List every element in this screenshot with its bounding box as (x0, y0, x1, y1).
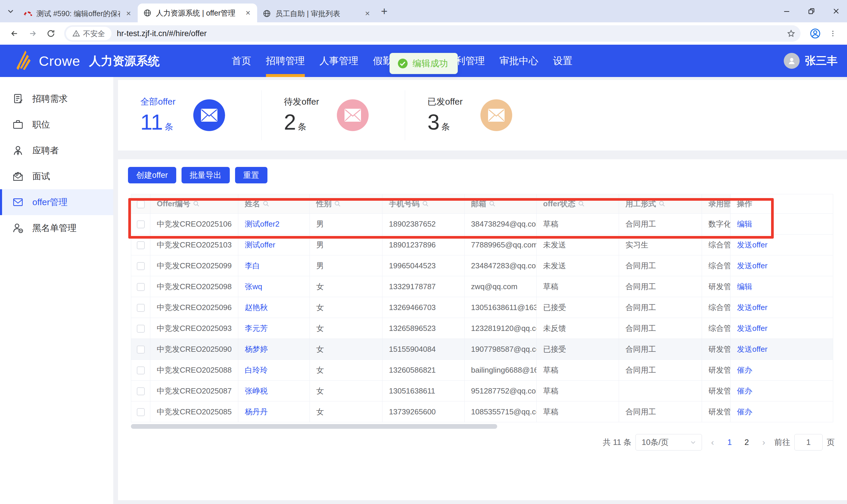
sidebar-item-candidates[interactable]: 应聘者 (0, 138, 113, 163)
candidate-name-link[interactable]: 杨丹丹 (245, 407, 268, 416)
window-restore-button[interactable] (806, 5, 817, 17)
tab-search-button[interactable] (3, 3, 18, 19)
employment-cell: 合同用工 (619, 214, 702, 235)
table-row: 中竞发CREO2025096赵艳秋女1326946670313051638611… (131, 297, 833, 318)
row-action-link[interactable]: 编辑 (737, 282, 752, 291)
stat-all-offers[interactable]: 全部offer 11条 (118, 96, 261, 134)
sidebar-item-recruit-demand[interactable]: 招聘需求 (0, 86, 113, 112)
row-checkbox[interactable] (137, 241, 145, 249)
browser-menu-icon[interactable] (825, 26, 841, 41)
goto-page-input[interactable] (794, 434, 823, 451)
candidate-name-link[interactable]: 杨梦婷 (245, 345, 268, 354)
security-chip[interactable]: 不安全 (66, 27, 111, 40)
row-checkbox[interactable] (137, 346, 145, 354)
row-checkbox[interactable] (137, 262, 145, 270)
row-action-link[interactable]: 催办 (737, 365, 752, 374)
candidate-name-link[interactable]: 李白 (245, 261, 260, 270)
create-offer-button[interactable]: 创建offer (128, 167, 176, 183)
search-filter-icon[interactable] (193, 200, 200, 208)
bookmark-star-icon[interactable] (784, 29, 798, 38)
stat-label: 已发offer (428, 96, 463, 108)
prev-page-button[interactable]: ‹ (706, 437, 719, 447)
horizontal-scrollbar[interactable] (131, 424, 833, 429)
page-size-select[interactable]: 10条/页 (636, 434, 702, 451)
new-tab-button[interactable]: + (377, 3, 392, 19)
nav-item-personnel[interactable]: 人事管理 (319, 45, 358, 77)
search-filter-icon[interactable] (262, 200, 270, 208)
page-number-1[interactable]: 1 (723, 438, 736, 447)
forward-button[interactable] (25, 25, 40, 41)
tab-close-icon[interactable]: × (363, 9, 372, 18)
tab-title: 员工自助 | 审批列表 (275, 9, 359, 19)
row-checkbox[interactable] (137, 304, 145, 312)
candidate-name-link[interactable]: 李元芳 (245, 324, 268, 333)
stat-value: 2 (284, 110, 296, 134)
nav-item-recruitment[interactable]: 招聘管理 (266, 45, 305, 77)
candidate-name-link[interactable]: 张峥税 (245, 386, 268, 395)
search-filter-icon[interactable] (334, 200, 341, 208)
reset-button[interactable]: 重置 (235, 167, 267, 183)
row-action-link[interactable]: 发送offer (737, 240, 767, 249)
row-checkbox[interactable] (137, 283, 145, 291)
candidate-name-link[interactable]: 赵艳秋 (245, 303, 268, 312)
stat-pending-offers[interactable]: 待发offer 2条 (261, 96, 405, 134)
sidebar-item-offer-management[interactable]: offer管理 (0, 189, 113, 215)
browser-tab-redmine[interactable]: 测试 #590: 编辑offer的保存、提 × (18, 5, 138, 22)
back-button[interactable] (6, 25, 22, 41)
window-minimize-button[interactable] (781, 5, 792, 17)
batch-export-button[interactable]: 批量导出 (182, 167, 230, 183)
page-unit-label: 页 (827, 437, 835, 448)
candidate-name-link[interactable]: 测试offer (245, 240, 275, 249)
nav-item-home[interactable]: 首页 (232, 45, 251, 77)
candidate-name-link[interactable]: 白玲玲 (245, 365, 268, 374)
reload-button[interactable] (43, 25, 59, 41)
search-filter-icon[interactable] (422, 200, 429, 208)
browser-profile-icon[interactable] (808, 26, 823, 41)
nav-item-approval-center[interactable]: 审批中心 (500, 45, 538, 77)
sidebar-item-interviews[interactable]: 面试 (0, 163, 113, 189)
search-filter-icon[interactable] (578, 200, 585, 208)
status-cell: 草稿 (537, 401, 619, 422)
address-bar[interactable]: 不安全 hr-test.zjf-it.cn/#/hire/offer (64, 25, 800, 42)
mail-icon (480, 99, 512, 131)
row-action-link[interactable]: 催办 (737, 407, 752, 416)
row-checkbox[interactable] (137, 325, 145, 333)
candidate-name-link[interactable]: 测试offer2 (245, 219, 279, 228)
page-number-2[interactable]: 2 (740, 438, 753, 447)
id-cell: 中竞发CREO2025096 (150, 297, 238, 318)
gender-cell: 女 (310, 276, 382, 297)
browser-tab-employee-portal[interactable]: 员工自助 | 审批列表 × (257, 5, 377, 22)
tab-close-icon[interactable]: × (244, 8, 253, 18)
sidebar-item-blacklist[interactable]: 黑名单管理 (0, 215, 113, 241)
search-filter-icon[interactable] (658, 200, 666, 208)
row-action-link[interactable]: 催办 (737, 386, 752, 395)
id-cell: 中竞发CREO2025099 (150, 255, 238, 276)
table-row: 中竞发CREO2025098张wq女13329178787zwq@qq.com草… (131, 276, 833, 297)
browser-tab-hr-system[interactable]: 人力资源系统 | offer管理 × (138, 3, 257, 22)
nav-item-settings[interactable]: 设置 (553, 45, 572, 77)
row-checkbox[interactable] (137, 366, 145, 374)
row-action-link[interactable]: 编辑 (737, 219, 752, 228)
select-all-checkbox[interactable] (137, 200, 145, 209)
row-action-link[interactable]: 发送offer (737, 261, 767, 270)
user-box[interactable]: 张三丰 (784, 53, 837, 69)
id-cell: 中竞发CREO2025085 (150, 401, 238, 422)
row-action-link[interactable]: 发送offer (737, 324, 767, 333)
row-checkbox[interactable] (137, 387, 145, 395)
sidebar-item-positions[interactable]: 职位 (0, 112, 113, 138)
scrollbar-thumb[interactable] (131, 424, 497, 429)
warning-icon (72, 30, 80, 37)
row-checkbox[interactable] (137, 220, 145, 228)
next-page-button[interactable]: › (757, 437, 770, 447)
row-action-link[interactable]: 发送offer (737, 345, 767, 354)
tab-close-icon[interactable]: × (124, 9, 133, 18)
row-action-link[interactable]: 发送offer (737, 303, 767, 312)
gender-cell: 女 (310, 381, 382, 401)
table-row: 中竞发CREO2025093李元芳女132658965231232819120@… (131, 318, 833, 339)
search-filter-icon[interactable] (489, 200, 496, 208)
stat-sent-offers[interactable]: 已发offer 3条 (405, 96, 548, 134)
window-close-button[interactable] (831, 5, 842, 17)
candidate-name-link[interactable]: 张wq (245, 282, 262, 291)
row-checkbox[interactable] (137, 408, 145, 416)
url-text[interactable]: hr-test.zjf-it.cn/#/hire/offer (117, 29, 784, 38)
